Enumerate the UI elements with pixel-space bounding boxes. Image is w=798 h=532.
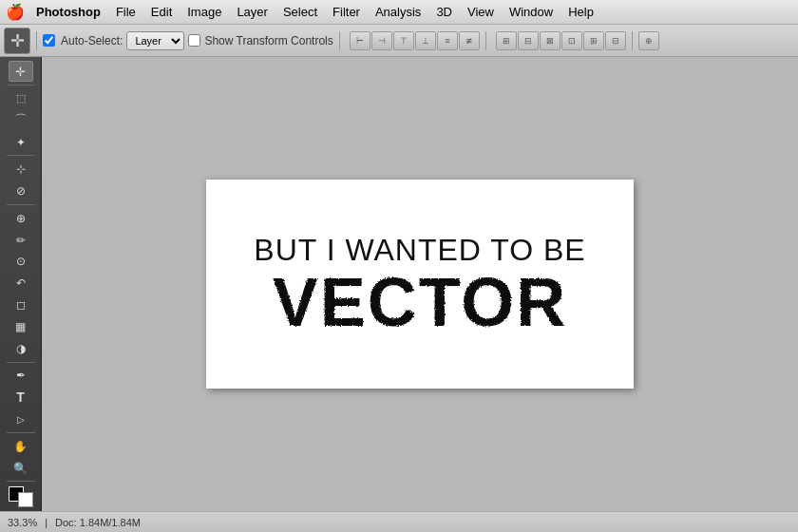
dist-center-v-btn[interactable]: ⊞ — [583, 31, 604, 50]
dist-right-btn[interactable]: ⊠ — [540, 31, 560, 50]
tool-sep-5 — [7, 432, 35, 433]
toolbar-sep-2 — [339, 31, 340, 50]
canvas-area: BUT I WANTED TO BE VECTOR — [42, 57, 798, 511]
tool-lasso[interactable]: ⌒ — [9, 110, 33, 131]
tool-brush[interactable]: ✏ — [9, 230, 33, 251]
tool-magic-wand[interactable]: ✦ — [9, 132, 33, 153]
align-top-btn[interactable]: ⊥ — [415, 31, 436, 50]
tool-marquee[interactable]: ⬚ — [9, 88, 33, 109]
menu-3d[interactable]: 3D — [428, 3, 460, 21]
menu-filter[interactable]: Filter — [325, 3, 368, 21]
dist-bottom-btn[interactable]: ⊟ — [605, 31, 626, 50]
menu-select[interactable]: Select — [276, 3, 325, 21]
tool-sep-2 — [7, 155, 35, 156]
tool-hand[interactable]: ✋ — [9, 436, 33, 457]
toolbar-sep-1 — [36, 31, 37, 50]
dist-center-h-btn[interactable]: ⊟ — [518, 31, 539, 50]
main-area: ⬚ ⌒ ✦ ⊹ ⊘ ⊕ ✏ ⊙ ↶ ◻ ▦ ◑ ✒ T ▷ ✋ 🔍 BUT I … — [0, 57, 798, 511]
show-transform-checkbox[interactable] — [188, 34, 200, 47]
menu-window[interactable]: Window — [502, 3, 560, 21]
auto-select-checkbox[interactable] — [43, 34, 55, 47]
options-toolbar: ✛ Auto-Select: Layer Group Show Transfor… — [0, 25, 798, 57]
tool-sep-3 — [7, 204, 35, 205]
background-color[interactable] — [18, 492, 33, 507]
align-bottom-btn[interactable]: ≢ — [459, 31, 480, 50]
tool-sep-1 — [7, 85, 35, 86]
tool-type[interactable]: T — [9, 387, 33, 408]
tool-zoom[interactable]: 🔍 — [9, 458, 33, 479]
layer-group-select[interactable]: Layer Group — [126, 31, 184, 50]
show-transform-group: Show Transform Controls — [188, 34, 332, 48]
align-right-btn[interactable]: ⊤ — [393, 31, 414, 50]
tool-dodge[interactable]: ◑ — [9, 338, 33, 359]
menu-edit[interactable]: Edit — [143, 3, 180, 21]
toolbar-sep-3 — [485, 31, 486, 50]
color-swatches[interactable] — [9, 486, 33, 507]
canvas-text-top: BUT I WANTED TO BE — [254, 232, 585, 268]
tool-crop[interactable]: ⊹ — [9, 159, 33, 180]
zoom-level: 33.3% — [8, 517, 37, 528]
tool-history[interactable]: ↶ — [9, 273, 33, 294]
tool-sep-6 — [7, 481, 35, 482]
tool-eraser[interactable]: ◻ — [9, 294, 33, 315]
canvas-text-bottom-wrapper: VECTOR — [273, 268, 568, 336]
tool-sep-4 — [7, 362, 35, 363]
menu-view[interactable]: View — [460, 3, 502, 21]
toolbar-sep-4 — [632, 31, 633, 50]
align-center-h-btn[interactable]: ⊣ — [371, 31, 392, 50]
menu-file[interactable]: File — [108, 3, 143, 21]
tool-eyedropper[interactable]: ⊘ — [9, 180, 33, 201]
align-left-btn[interactable]: ⊢ — [350, 31, 370, 50]
auto-select-label: Auto-Select: — [61, 34, 123, 48]
align-buttons: ⊢ ⊣ ⊤ ⊥ ≡ ≢ — [350, 31, 480, 50]
distribute-buttons: ⊞ ⊟ ⊠ ⊡ ⊞ ⊟ — [496, 31, 626, 50]
menu-analysis[interactable]: Analysis — [368, 3, 428, 21]
tool-heal[interactable]: ⊕ — [9, 208, 33, 229]
show-transform-label: Show Transform Controls — [204, 34, 332, 48]
menu-layer[interactable]: Layer — [229, 3, 276, 21]
dist-left-btn[interactable]: ⊞ — [496, 31, 517, 50]
tool-path[interactable]: ▷ — [9, 408, 33, 429]
menubar: 🍎 Photoshop File Edit Image Layer Select… — [0, 0, 798, 25]
auto-arrange-btn[interactable]: ⊕ — [638, 31, 659, 50]
menu-photoshop[interactable]: Photoshop — [28, 3, 108, 21]
statusbar: 33.3% | Doc: 1.84M/1.84M — [0, 511, 798, 532]
doc-size: Doc: 1.84M/1.84M — [55, 517, 141, 528]
tool-move[interactable] — [9, 61, 33, 82]
align-center-v-btn[interactable]: ≡ — [437, 31, 458, 50]
tool-stamp[interactable]: ⊙ — [9, 251, 33, 272]
tool-gradient[interactable]: ▦ — [9, 316, 33, 337]
tool-pen[interactable]: ✒ — [9, 365, 33, 386]
menu-help[interactable]: Help — [560, 3, 601, 21]
menu-image[interactable]: Image — [180, 3, 229, 21]
left-toolpanel: ⬚ ⌒ ✦ ⊹ ⊘ ⊕ ✏ ⊙ ↶ ◻ ▦ ◑ ✒ T ▷ ✋ 🔍 — [0, 57, 42, 511]
canvas-text-bottom: VECTOR — [273, 268, 568, 336]
apple-menu[interactable]: 🍎 — [6, 0, 25, 25]
dist-top-btn[interactable]: ⊡ — [561, 31, 582, 50]
statusbar-sep: | — [45, 517, 48, 528]
move-tool-icon[interactable]: ✛ — [4, 28, 30, 54]
canvas-document: BUT I WANTED TO BE VECTOR — [206, 180, 634, 389]
